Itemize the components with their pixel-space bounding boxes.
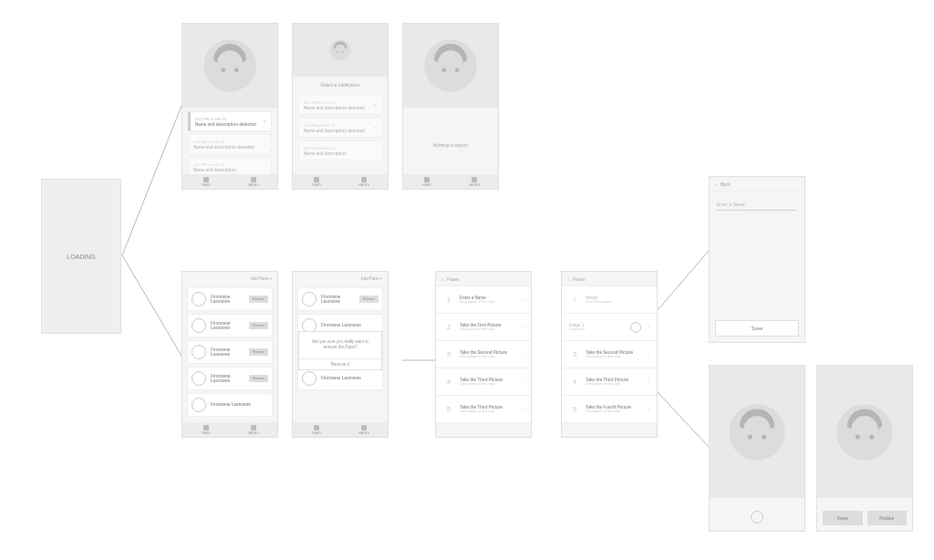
avatar-icon [192,345,206,359]
remove-button[interactable]: Remove [249,375,268,382]
step-row[interactable]: 5Take the Third PictureDescription of th… [436,396,531,423]
svg-line-1 [122,255,182,356]
step-row-pending[interactable]: Image 1Capture it!› [562,314,657,341]
tabbar: FEED FACES [182,422,277,437]
faces-list-confirm-screen: Add Face + Firstname LastnameRemove Firs… [292,271,389,438]
svg-point-9 [337,51,338,53]
feed-item[interactable]: 4:02 PM on Feb 13Name and description de… [188,134,272,154]
bell-icon [203,425,209,430]
close-icon[interactable]: × [263,141,266,147]
svg-line-0 [122,106,182,255]
feed-item[interactable]: 4:02 PM on Feb 13Name and description de… [298,118,382,138]
confirm-dialog: Are you sure you really want to remove t… [298,331,382,370]
face-row[interactable]: Firstname LastnameRemove [297,287,383,311]
tab-faces[interactable]: FACES [230,422,277,437]
retake-button[interactable]: Retake [867,511,908,525]
tab-feed[interactable]: FEED [403,174,451,189]
face-row[interactable]: Firstname LastnameRemove [187,314,273,337]
keep-button[interactable]: Keep [823,511,863,525]
tab-feed[interactable]: FEED [182,174,230,189]
avatar-icon [192,398,206,412]
tab-feed[interactable]: FEED [293,422,340,437]
tab-feed[interactable]: FEED [182,422,230,437]
camera-review-screen: Keep Retake [816,365,913,532]
feed-item[interactable]: 4:02 PM on Feb 13Name and description de… [188,111,272,131]
back-header[interactable]: ‹Faces [562,272,657,286]
confirm-remove-button[interactable]: Remove it [299,358,381,369]
svg-point-18 [856,434,860,439]
face-row[interactable]: Firstname Lastname [187,393,273,417]
add-face-button[interactable]: Add Face + [182,272,277,285]
svg-point-10 [342,51,344,53]
bell-icon [203,177,209,182]
step-row[interactable]: 5Take the Fourth PictureDescription of t… [562,396,657,423]
svg-point-15 [748,434,752,439]
tab-feed[interactable]: FEED [293,174,340,189]
avatar-icon [302,371,317,386]
feed-hero [293,24,388,77]
chevron-right-icon: › [522,351,524,358]
face-row[interactable]: Firstname Lastname [297,367,383,390]
face-row[interactable]: Firstname LastnameRemove [187,367,273,390]
feed-screen-select: Select a notification 4:02 PM on Feb 13N… [292,23,389,190]
feed-item[interactable]: 4:02 PM on Feb 13Name and description de… [298,95,382,115]
back-header[interactable]: ‹Back [710,177,804,192]
person-icon [251,177,256,182]
select-caption: Select a notification [293,82,388,88]
svg-line-3 [658,251,709,310]
add-face-button[interactable]: Add Face + [293,272,388,285]
step-row[interactable]: 4Take the Third PictureDescription of th… [436,368,531,396]
avatar-icon [192,371,206,386]
steps-screen-b: ‹Faces ✓Name!Short Description Image 1Ca… [561,271,658,438]
chevron-right-icon: › [522,296,524,303]
empty-label: Nothing to report! [403,24,498,174]
tab-faces[interactable]: FACES [340,174,388,189]
chevron-right-icon: › [522,379,524,385]
tab-faces[interactable]: FACES [340,422,388,437]
chevron-left-icon: ‹ [567,276,569,282]
svg-point-6 [221,67,225,72]
chevron-right-icon: › [648,351,649,358]
save-button[interactable]: Save [715,320,799,337]
step-row[interactable]: 1Enter a NameDescription of this step› [436,286,531,314]
back-header[interactable]: ‹Faces [436,272,531,286]
remove-button[interactable]: Remove [359,296,379,303]
shutter-button[interactable] [751,511,763,524]
bell-icon [314,177,319,182]
face-row[interactable]: Firstname LastnameRemove [187,340,273,364]
avatar-icon [192,318,206,333]
feed-screen-empty: Nothing to report! FEED FACES [402,23,499,190]
step-row-done[interactable]: ✓Name!Short Description [562,286,657,314]
tab-faces[interactable]: FACES [230,174,277,189]
step-row[interactable]: 3Take the Second PictureDescription of t… [436,341,531,368]
person-icon [472,177,477,182]
tabbar: FEED FACES [182,174,277,189]
close-icon[interactable]: × [373,125,377,130]
remove-button[interactable]: Remove [249,322,268,329]
person-icon [361,425,367,430]
svg-point-7 [234,67,239,72]
steps-screen-a: ‹Faces 1Enter a NameDescription of this … [435,271,532,438]
close-icon[interactable]: × [263,119,266,124]
step-row[interactable]: 3Take the Second PictureDescription of t… [562,341,657,368]
close-icon[interactable]: × [373,102,377,108]
tabbar: FEED FACES [293,174,388,189]
tab-faces[interactable]: FACES [451,174,498,189]
svg-point-16 [762,434,766,439]
feed-item[interactable]: 4:02 PM on Feb 13Name and description [298,140,382,161]
feed-screen-selected: 4:02 PM on Feb 13Name and description de… [182,23,278,190]
bell-icon [424,177,430,182]
step-row[interactable]: 2Take the First PictureDescription of th… [436,314,531,341]
avatar-icon [302,292,317,306]
step-row[interactable]: 4Take the Third PictureDescription of th… [562,368,657,396]
tabbar: FEED FACES [403,174,498,189]
feed-hero [182,24,277,108]
name-input[interactable]: Enter a Name [717,199,797,211]
remove-button[interactable]: Remove [249,296,268,303]
confirm-text: Are you sure you really want to remove t… [305,339,376,351]
feed-list: 4:02 PM on Feb 13Name and description de… [182,108,277,183]
face-row[interactable]: Firstname LastnameRemove [187,287,273,311]
remove-button[interactable]: Remove [249,348,268,356]
person-icon [251,425,256,430]
loading-label: LOADING [67,254,96,260]
